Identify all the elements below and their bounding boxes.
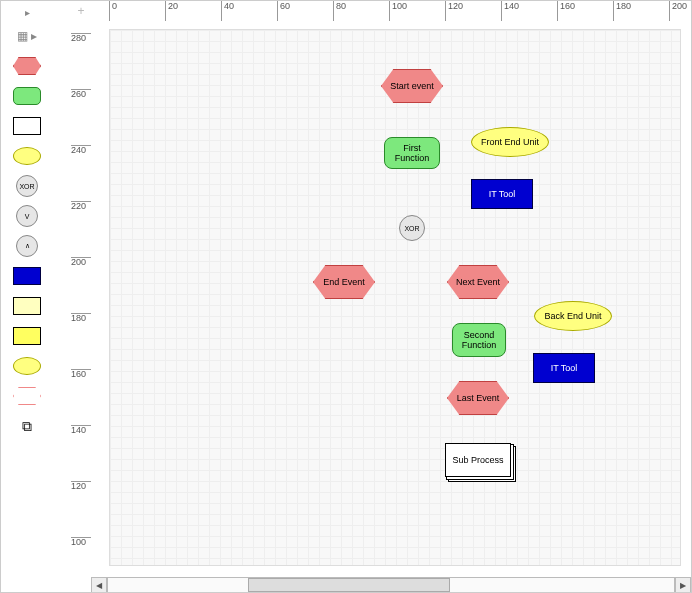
node-last_event[interactable]: Last Event	[447, 381, 509, 415]
palette-event-hex[interactable]	[12, 56, 42, 76]
palette-tool-blue[interactable]	[12, 266, 42, 286]
nodes-layer: Start eventFirst FunctionFront End UnitI…	[91, 21, 691, 578]
ruler-v-tick: 160	[71, 369, 91, 379]
ruler-v-tick: 280	[71, 33, 91, 43]
ruler-origin: +	[71, 1, 92, 22]
ruler-v-tick: 180	[71, 313, 91, 323]
ruler-h-tick: 200	[669, 1, 687, 21]
node-xor[interactable]: XOR	[399, 215, 425, 241]
ruler-v-tick: 140	[71, 425, 91, 435]
node-end_event[interactable]: End Event	[313, 265, 375, 299]
ruler-vertical: 280260240220200180160140120100	[71, 21, 92, 578]
chevron-right-icon: ▸	[25, 7, 30, 18]
node-next_event[interactable]: Next Event	[447, 265, 509, 299]
node-sub_proc[interactable]: Sub Process	[445, 443, 511, 477]
scroll-thumb[interactable]	[248, 578, 450, 592]
ruler-h-tick: 20	[165, 1, 178, 21]
palette-info-yellow1[interactable]	[12, 296, 42, 316]
palette-orgunit-ellipse2[interactable]	[12, 356, 42, 376]
palette-process-rect[interactable]	[12, 116, 42, 136]
node-it_tool1[interactable]: IT Tool	[471, 179, 533, 209]
node-front_unit[interactable]: Front End Unit	[471, 127, 549, 157]
palette-path-hex[interactable]	[12, 386, 42, 406]
palette-and-connector[interactable]: ∧	[12, 236, 42, 256]
palette-toolbar-icon[interactable]: ▦ ▸	[12, 26, 42, 46]
ruler-h-tick: 100	[389, 1, 407, 21]
diagram-editor: ▸ ▦ ▸XORV∧⧉ + 02040608010012014016018020…	[0, 0, 692, 593]
scroll-track[interactable]	[107, 577, 675, 593]
ruler-horizontal: 020406080100120140160180200	[91, 1, 691, 22]
shape-palette: ▸ ▦ ▸XORV∧⧉	[1, 1, 53, 593]
node-first_fn[interactable]: First Function	[384, 137, 440, 169]
ruler-h-tick: 80	[333, 1, 346, 21]
palette-xor-connector[interactable]: XOR	[12, 176, 42, 196]
palette-header[interactable]: ▸	[1, 7, 53, 18]
ruler-h-tick: 180	[613, 1, 631, 21]
ruler-v-tick: 220	[71, 201, 91, 211]
canvas[interactable]: Start eventFirst FunctionFront End UnitI…	[91, 21, 691, 578]
palette-info-yellow2[interactable]	[12, 326, 42, 346]
ruler-v-tick: 100	[71, 537, 91, 547]
ruler-h-tick: 160	[557, 1, 575, 21]
ruler-v-tick: 260	[71, 89, 91, 99]
palette-orgunit-ellipse[interactable]	[12, 146, 42, 166]
ruler-v-tick: 200	[71, 257, 91, 267]
palette-or-connector[interactable]: V	[12, 206, 42, 226]
scroll-left-button[interactable]: ◀	[91, 577, 107, 593]
node-back_unit[interactable]: Back End Unit	[534, 301, 612, 331]
scroll-right-button[interactable]: ▶	[675, 577, 691, 593]
ruler-h-tick: 60	[277, 1, 290, 21]
ruler-h-tick: 40	[221, 1, 234, 21]
palette-function-rounded[interactable]	[12, 86, 42, 106]
node-second_fn[interactable]: Second Function	[452, 323, 506, 357]
node-start[interactable]: Start event	[381, 69, 443, 103]
node-it_tool2[interactable]: IT Tool	[533, 353, 595, 383]
ruler-h-tick: 120	[445, 1, 463, 21]
scrollbar-horizontal[interactable]: ◀ ▶	[91, 578, 691, 592]
ruler-v-tick: 240	[71, 145, 91, 155]
ruler-h-tick: 0	[109, 1, 117, 21]
palette-subprocess-icon[interactable]: ⧉	[12, 416, 42, 436]
ruler-h-tick: 140	[501, 1, 519, 21]
ruler-v-tick: 120	[71, 481, 91, 491]
